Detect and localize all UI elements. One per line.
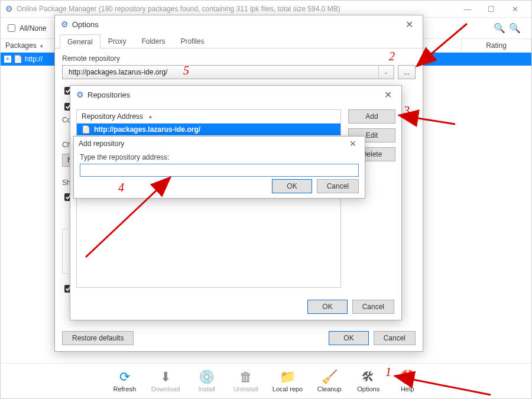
add-repository-titlebar[interactable]: Add repository ✕ bbox=[74, 137, 365, 151]
options-footer: Restore defaults OK Cancel bbox=[62, 331, 416, 345]
add-repo-label: Type the repository address: bbox=[80, 153, 359, 161]
tab-general[interactable]: General bbox=[60, 34, 100, 48]
tab-profiles[interactable]: Profiles bbox=[173, 34, 212, 48]
options-button[interactable]: 🛠Options bbox=[356, 369, 381, 392]
window-controls: — ☐ ✕ bbox=[456, 2, 527, 16]
package-icon bbox=[14, 55, 22, 63]
repositories-titlebar[interactable]: ⚙ Repositories ✕ bbox=[70, 86, 401, 103]
repositories-title: Repositories bbox=[87, 90, 130, 99]
tree-row-label: http:// bbox=[25, 55, 43, 63]
refresh-button[interactable]: ⟳Refresh bbox=[112, 369, 137, 392]
repository-row-selected[interactable]: http://packages.lazarus-ide.org/ bbox=[77, 124, 340, 135]
uninstall-button[interactable]: 🗑Uninstall bbox=[233, 369, 258, 392]
repo-icon bbox=[82, 125, 90, 134]
search2-icon[interactable]: 🔍 bbox=[509, 22, 521, 34]
close-icon[interactable]: ✕ bbox=[402, 18, 417, 31]
tab-proxy[interactable]: Proxy bbox=[100, 34, 134, 48]
repositories-column-header[interactable]: Repository Address▲ bbox=[77, 110, 340, 124]
search-icon[interactable]: 🔍 bbox=[494, 22, 505, 34]
expand-icon[interactable]: + bbox=[4, 56, 11, 63]
options-cancel-button[interactable]: Cancel bbox=[374, 331, 416, 345]
options-tabs: General Proxy Folders Profiles bbox=[55, 33, 423, 48]
sort-asc-icon: ▲ bbox=[39, 43, 44, 48]
all-none-label: All/None bbox=[20, 24, 46, 33]
repository-row-label: http://packages.lazarus-ide.org/ bbox=[94, 125, 200, 134]
cleanup-button[interactable]: 🧹Cleanup bbox=[317, 369, 342, 392]
help-button[interactable]: 🛟Help bbox=[395, 369, 420, 392]
options-titlebar[interactable]: ⚙ Options ✕ bbox=[55, 15, 423, 33]
remote-repo-select[interactable]: http://packages.lazarus-ide.org/ ⌄ bbox=[62, 65, 394, 79]
local-repo-button[interactable]: 📁Local repo bbox=[273, 369, 303, 392]
repositories-ok-button[interactable]: OK bbox=[307, 300, 347, 314]
add-repo-button[interactable]: Add bbox=[348, 109, 395, 124]
add-repository-dialog: Add repository ✕ Type the repository add… bbox=[73, 136, 365, 199]
repository-address-input[interactable] bbox=[80, 164, 359, 177]
repositories-dialog: ⚙ Repositories ✕ Repository Address▲ htt… bbox=[70, 85, 402, 320]
all-none-checkbox[interactable]: All/None bbox=[5, 22, 46, 34]
groupbox-edge bbox=[62, 229, 68, 274]
gear-icon: ⚙ bbox=[76, 90, 84, 99]
view-icons: 🔍 🔍 bbox=[494, 22, 527, 34]
tab-folders[interactable]: Folders bbox=[134, 34, 173, 48]
options-title: Options bbox=[72, 20, 99, 29]
all-none-box[interactable] bbox=[8, 24, 15, 32]
main-title: Online Package Manager (190 repository p… bbox=[17, 5, 456, 13]
tools-icon: 🛠 bbox=[362, 369, 375, 385]
folder-icon: 📁 bbox=[280, 369, 296, 385]
refresh-icon: ⟳ bbox=[119, 369, 130, 385]
download-button[interactable]: ⬇Download bbox=[151, 369, 180, 392]
maximize-button[interactable]: ☐ bbox=[479, 2, 503, 16]
sort-asc-icon: ▲ bbox=[148, 113, 153, 119]
remote-repo-label: Remote repository bbox=[62, 54, 416, 63]
browse-repos-button[interactable]: ... bbox=[398, 65, 416, 79]
add-repo-cancel-button[interactable]: Cancel bbox=[317, 179, 359, 193]
gear-icon: ⚙ bbox=[5, 4, 13, 14]
restore-defaults-button[interactable]: Restore defaults bbox=[62, 331, 134, 345]
minimize-button[interactable]: — bbox=[456, 2, 479, 16]
close-icon[interactable]: ✕ bbox=[346, 138, 360, 150]
chevron-down-icon: ⌄ bbox=[378, 66, 390, 79]
close-button[interactable]: ✕ bbox=[503, 2, 527, 16]
column-rating[interactable]: Rating bbox=[462, 39, 531, 52]
add-repository-title: Add repository bbox=[79, 140, 124, 148]
uninstall-icon: 🗑 bbox=[239, 369, 252, 385]
install-button[interactable]: 💿Install bbox=[194, 369, 219, 392]
broom-icon: 🧹 bbox=[322, 369, 338, 385]
close-icon[interactable]: ✕ bbox=[381, 88, 395, 102]
gear-icon: ⚙ bbox=[61, 20, 69, 29]
download-icon: ⬇ bbox=[160, 369, 171, 385]
add-repo-ok-button[interactable]: OK bbox=[272, 179, 312, 193]
install-icon: 💿 bbox=[199, 369, 215, 385]
repositories-cancel-button[interactable]: Cancel bbox=[352, 300, 394, 314]
remote-repo-value: http://packages.lazarus-ide.org/ bbox=[69, 68, 167, 76]
bottom-toolbar: ⟳Refresh ⬇Download 💿Install 🗑Uninstall 📁… bbox=[1, 363, 531, 398]
lifering-icon: 🛟 bbox=[400, 369, 416, 385]
options-ok-button[interactable]: OK bbox=[329, 331, 368, 345]
